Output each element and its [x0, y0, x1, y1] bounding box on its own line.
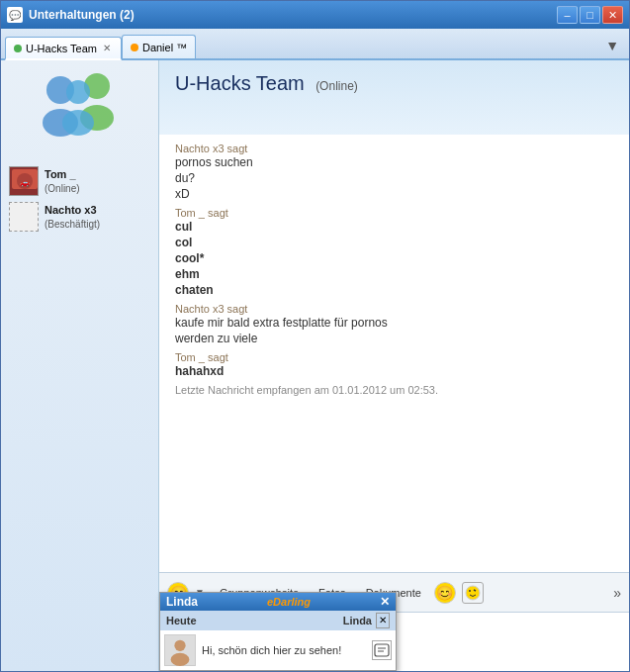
contact-avatar-tom: 🚗: [9, 166, 39, 196]
contact-item-nachto[interactable]: Nachto x3 (Beschäftigt): [5, 199, 154, 235]
contact-avatar-nachto: [9, 202, 39, 232]
tab-dropdown-arrow[interactable]: ▼: [599, 38, 625, 53]
sidebar: 🚗 Tom _ (Online) Nachto x3 (Beschäftigt): [1, 60, 159, 671]
tab-status-indicator: [14, 45, 22, 52]
contact-name-tom: Tom _: [45, 167, 80, 181]
svg-point-10: [466, 586, 480, 600]
msg-2-0: cul: [175, 220, 613, 234]
msg-2-2: cool*: [175, 251, 613, 265]
ad-header: Linda eDarling ✕: [160, 593, 396, 611]
msg-2-1: col: [175, 236, 613, 249]
ad-brand: eDarling: [267, 596, 311, 608]
contact-name-nachto: Nachto x3: [45, 203, 100, 217]
contact-item-tom[interactable]: 🚗 Tom _ (Online): [5, 163, 154, 199]
msg-1-2: xD: [175, 187, 613, 201]
window-controls: – □ ✕: [557, 6, 623, 24]
msg-4-0: hahahxd: [175, 364, 613, 378]
ad-subheader: Heute Linda ✕: [160, 611, 396, 630]
contact-list: 🚗 Tom _ (Online) Nachto x3 (Beschäftigt): [1, 159, 158, 239]
tab-label: Daniel ™: [142, 42, 187, 53]
wink-button[interactable]: [462, 582, 484, 604]
tab-status-indicator: [131, 44, 138, 51]
contact-info-tom: Tom _ (Online): [45, 167, 80, 194]
tab-bar: U-Hacks Team ✕ Daniel ™ ▼: [1, 29, 629, 60]
chat-group-name: U-Hacks Team: [175, 72, 305, 94]
svg-text:🚗: 🚗: [20, 177, 30, 187]
chat-group-status: (Online): [315, 79, 358, 93]
msg-3-1: werden zu viele: [175, 332, 613, 345]
message-sender-4: Tom _ sagt: [175, 351, 613, 363]
minimize-button[interactable]: –: [557, 6, 578, 24]
svg-point-14: [171, 653, 190, 666]
maximize-button[interactable]: □: [580, 6, 600, 24]
msg-2-3: ehm: [175, 267, 613, 281]
ad-date-label: Heute: [166, 615, 197, 626]
svg-rect-15: [375, 644, 389, 656]
message-group-4: Tom _ sagt hahahxd: [175, 351, 613, 378]
app-icon: 💬: [7, 7, 23, 23]
tab-uhacks[interactable]: U-Hacks Team ✕: [5, 37, 122, 60]
svg-point-13: [174, 640, 185, 651]
msg-3-0: kaufe mir bald extra festplatte für porn…: [175, 316, 613, 330]
ad-input-icon[interactable]: [372, 640, 392, 660]
chat-messages[interactable]: Nachto x3 sagt pornos suchen du? xD Tom …: [159, 135, 629, 572]
ad-popup: Linda eDarling ✕ Heute Linda ✕: [159, 592, 397, 671]
svg-point-11: [469, 590, 471, 592]
ad-close-button[interactable]: ✕: [380, 595, 390, 609]
msg-1-1: du?: [175, 171, 613, 185]
message-timestamp: Letzte Nachricht empfangen am 01.01.2012…: [175, 384, 613, 396]
message-group-1: Nachto x3 sagt pornos suchen du? xD: [175, 143, 613, 201]
close-button[interactable]: ✕: [602, 6, 623, 24]
message-group-3: Nachto x3 sagt kaufe mir bald extra fest…: [175, 303, 613, 345]
main-window: 💬 Unterhaltungen (2) – □ ✕ U-Hacks Team …: [0, 0, 630, 672]
contact-status-tom: (Online): [45, 182, 80, 195]
emoji-button-2[interactable]: 😊: [434, 582, 456, 604]
title-bar: 💬 Unterhaltungen (2) – □ ✕: [1, 1, 629, 29]
more-button[interactable]: »: [613, 585, 621, 601]
ad-subheader-close[interactable]: ✕: [376, 613, 390, 628]
ad-message-text: Hi, schön dich hier zu sehen!: [202, 644, 366, 656]
message-sender-3: Nachto x3 sagt: [175, 303, 613, 315]
message-group-2: Tom _ sagt cul col cool* ehm chaten: [175, 207, 613, 297]
tab-close-button[interactable]: ✕: [101, 43, 113, 54]
ad-name-label: Linda: [343, 615, 372, 626]
message-sender-1: Nachto x3 sagt: [175, 143, 613, 154]
chat-header: U-Hacks Team (Online): [159, 60, 629, 135]
tab-daniel[interactable]: Daniel ™: [122, 35, 196, 58]
msg-2-4: chaten: [175, 283, 613, 297]
contact-status-nachto: (Beschäftigt): [45, 218, 100, 231]
content-area: 🚗 Tom _ (Online) Nachto x3 (Beschäftigt): [1, 60, 629, 671]
ad-sender-name: Linda: [166, 595, 198, 609]
svg-point-4: [66, 80, 90, 104]
window-title: Unterhaltungen (2): [29, 8, 557, 22]
svg-point-5: [62, 110, 94, 136]
contact-info-nachto: Nachto x3 (Beschäftigt): [45, 203, 100, 230]
group-icon: [36, 68, 125, 147]
chat-area: U-Hacks Team (Online) Nachto x3 sagt por…: [159, 60, 629, 671]
msg-1-0: pornos suchen: [175, 155, 613, 169]
message-sender-2: Tom _ sagt: [175, 207, 613, 219]
tab-label: U-Hacks Team: [26, 43, 97, 54]
ad-avatar: [164, 634, 196, 666]
ad-body: Hi, schön dich hier zu sehen!: [160, 630, 396, 670]
